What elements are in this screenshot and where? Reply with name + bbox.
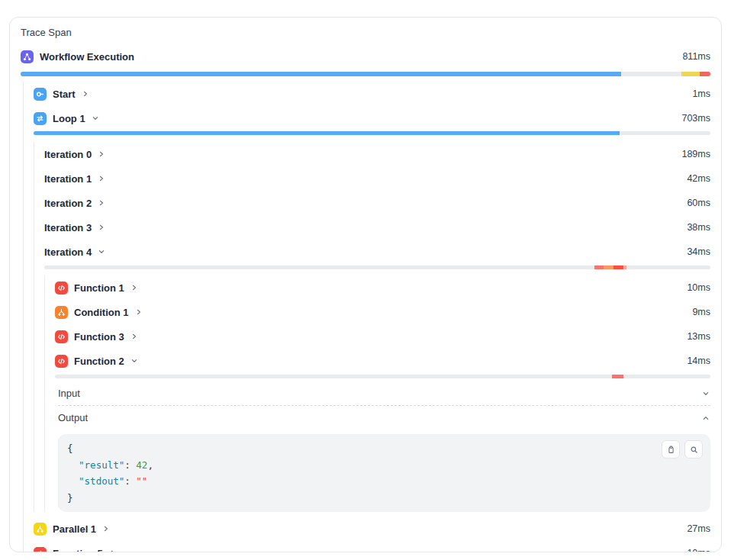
- node-duration: 811ms: [682, 51, 710, 62]
- output-json-code: { "result": 42, "stdout": ""}: [67, 440, 701, 506]
- workflow-children: Start 1ms Loop 1 703ms Iteration 0 189ms…: [23, 82, 710, 552]
- node-duration: 189ms: [681, 149, 710, 159]
- loop-icon: [34, 112, 47, 125]
- chevron-down-icon: [130, 356, 139, 365]
- input-section-header[interactable]: Input: [58, 381, 710, 405]
- node-duration: 10ms: [687, 548, 710, 552]
- chevron-up-icon: [701, 414, 710, 423]
- iteration-4-children: Function 1 10ms Condition 1 9ms Function…: [44, 275, 710, 512]
- code-icon: [55, 282, 68, 294]
- bar-segment: [681, 72, 700, 76]
- bar-segment: [594, 266, 604, 269]
- chevron-down-icon: [97, 247, 106, 256]
- code-line: {: [67, 440, 701, 457]
- trace-row-iteration-3[interactable]: Iteration 3 38ms: [44, 215, 710, 240]
- node-label: Loop 1: [53, 113, 85, 124]
- node-label: Function 5: [53, 548, 103, 553]
- output-json-viewer: { "result": 42, "stdout": ""}: [58, 434, 710, 512]
- trace-row-iteration-1[interactable]: Iteration 1 42ms: [44, 166, 710, 191]
- chevron-right-icon: [101, 524, 111, 533]
- node-label: Function 1: [74, 282, 124, 294]
- node-duration: 60ms: [687, 198, 710, 208]
- code-actions: [662, 440, 703, 459]
- trace-row-loop-1[interactable]: Loop 1 703ms: [34, 106, 710, 130]
- start-icon: [34, 88, 47, 101]
- bar-segment: [612, 375, 623, 378]
- node-label: Start: [53, 89, 76, 100]
- magnifier-icon: [689, 445, 699, 455]
- chevron-right-icon: [97, 150, 106, 159]
- chevron-right-icon: [97, 198, 106, 208]
- copy-button[interactable]: [662, 440, 680, 459]
- trace-row-function-5[interactable]: Function 5 10ms: [34, 541, 710, 552]
- trace-row-workflow-execution[interactable]: Workflow Execution 811ms: [21, 45, 710, 68]
- trace-span-panel: Trace Span Workflow Execution 811ms Star…: [9, 17, 722, 552]
- function-2-detail: Input Output { "result": 42, "stdout": "…: [55, 381, 710, 512]
- node-duration: 703ms: [681, 113, 710, 124]
- chevron-right-icon: [108, 549, 118, 552]
- node-label: Iteration 1: [44, 173, 92, 185]
- trace-row-function-1[interactable]: Function 1 10ms: [55, 275, 710, 300]
- trace-row-function-3[interactable]: Function 3 13ms: [55, 324, 710, 349]
- chevron-right-icon: [81, 89, 90, 98]
- trace-row-parallel-1[interactable]: Parallel 1 27ms: [34, 517, 710, 541]
- panel-title: Trace Span: [21, 25, 710, 40]
- node-label: Iteration 0: [44, 149, 92, 160]
- chevron-right-icon: [134, 307, 143, 317]
- node-duration: 13ms: [687, 331, 710, 342]
- trace-row-iteration-4[interactable]: Iteration 4 34ms: [44, 240, 710, 264]
- code-line: "result": 42,: [67, 457, 701, 474]
- output-section-header[interactable]: Output: [58, 406, 710, 430]
- parallel-icon: [34, 523, 47, 536]
- trace-row-iteration-2[interactable]: Iteration 2 60ms: [44, 191, 710, 215]
- bar-segment: [21, 72, 621, 76]
- zoom-button[interactable]: [684, 440, 703, 459]
- code-icon: [55, 330, 68, 343]
- trace-row-condition-1[interactable]: Condition 1 9ms: [55, 300, 710, 324]
- bar-segment: [700, 72, 710, 76]
- clipboard-icon: [666, 445, 676, 455]
- node-label: Iteration 2: [44, 198, 92, 209]
- loop-duration-bar: [34, 131, 710, 135]
- output-label: Output: [58, 412, 88, 423]
- workflow-duration-bar: [21, 72, 710, 76]
- node-duration: 9ms: [692, 307, 710, 317]
- workflow-icon: [21, 50, 34, 63]
- bar-segment: [604, 266, 613, 269]
- code-line: }: [67, 490, 701, 507]
- input-label: Input: [58, 388, 80, 399]
- node-duration: 34ms: [687, 246, 710, 257]
- node-duration: 1ms: [692, 89, 710, 99]
- function-2-duration-bar: [55, 375, 710, 378]
- branch-icon: [55, 306, 68, 319]
- node-label: Function 3: [74, 331, 124, 343]
- code-line: "stdout": "": [67, 473, 701, 490]
- node-label: Workflow Execution: [40, 51, 134, 63]
- node-duration: 42ms: [687, 173, 710, 184]
- node-label: Iteration 4: [44, 246, 92, 258]
- node-label: Parallel 1: [53, 523, 96, 535]
- trace-row-function-2[interactable]: Function 2 14ms: [55, 349, 710, 373]
- loop-children: Iteration 0 189ms Iteration 1 42ms Itera…: [34, 142, 710, 512]
- chevron-right-icon: [97, 174, 106, 183]
- node-duration: 38ms: [687, 222, 710, 233]
- node-duration: 10ms: [687, 282, 710, 293]
- code-icon: [55, 355, 68, 368]
- chevron-down-icon: [701, 389, 710, 398]
- node-duration: 27ms: [687, 523, 710, 534]
- node-label: Condition 1: [74, 307, 129, 318]
- node-label: Function 2: [74, 356, 124, 367]
- trace-row-iteration-0[interactable]: Iteration 0 189ms: [44, 142, 710, 166]
- bar-segment: [34, 131, 620, 135]
- chevron-down-icon: [91, 114, 100, 123]
- iteration-4-duration-bar: [44, 266, 710, 269]
- trace-row-start[interactable]: Start 1ms: [34, 82, 710, 106]
- chevron-right-icon: [130, 332, 139, 341]
- node-duration: 14ms: [687, 356, 710, 366]
- node-label: Iteration 3: [44, 222, 92, 233]
- chevron-right-icon: [97, 223, 106, 232]
- chevron-right-icon: [130, 283, 139, 292]
- code-icon: [34, 547, 47, 553]
- bar-segment: [624, 266, 626, 269]
- bar-segment: [613, 266, 624, 269]
